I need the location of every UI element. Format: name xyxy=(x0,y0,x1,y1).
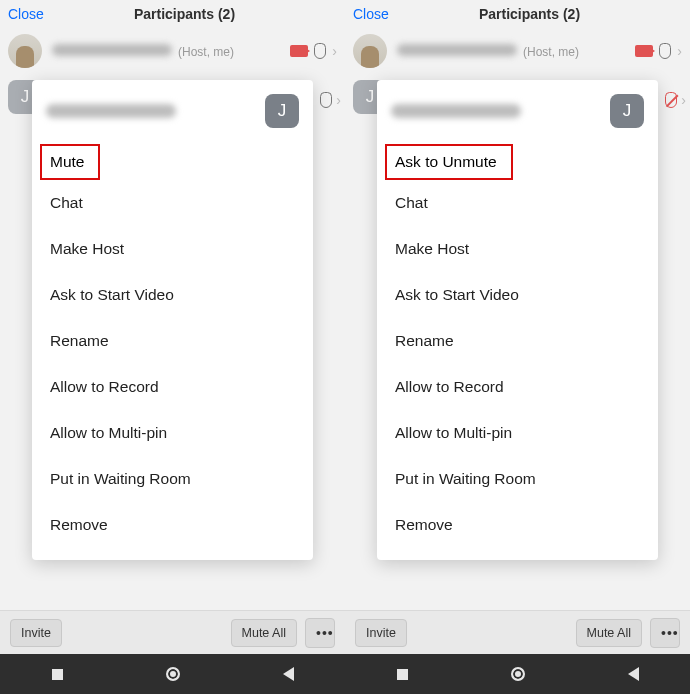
menu-item-rename[interactable]: Rename xyxy=(32,318,313,364)
invite-button[interactable]: Invite xyxy=(355,619,407,647)
menu-item-record[interactable]: Allow to Record xyxy=(377,364,658,410)
android-nav-bar xyxy=(345,654,690,694)
menu-item-record[interactable]: Allow to Record xyxy=(32,364,313,410)
mic-icon xyxy=(659,43,671,59)
host-meta: (Host, me) xyxy=(523,45,579,59)
chevron-right-icon: › xyxy=(681,92,686,108)
menu-item-waiting-room[interactable]: Put in Waiting Room xyxy=(32,456,313,502)
row-behind-menu-icons: › xyxy=(665,92,686,108)
menu-item-multipin[interactable]: Allow to Multi-pin xyxy=(377,410,658,456)
menu-item-remove[interactable]: Remove xyxy=(32,502,313,548)
participant-row-host[interactable]: (Host, me) › xyxy=(0,28,345,74)
mic-muted-icon xyxy=(665,92,677,108)
header-bar: Close Participants (2) xyxy=(0,0,345,28)
menu-item-start-video[interactable]: Ask to Start Video xyxy=(32,272,313,318)
status-icons: › xyxy=(635,43,682,59)
more-button[interactable]: ••• xyxy=(650,618,680,648)
recents-icon[interactable] xyxy=(397,669,408,680)
mute-all-button[interactable]: Mute All xyxy=(576,619,642,647)
menu-item-make-host[interactable]: Make Host xyxy=(377,226,658,272)
camera-off-icon xyxy=(635,45,653,57)
avatar xyxy=(353,34,387,68)
participant-name-blurred xyxy=(46,104,176,118)
host-meta: (Host, me) xyxy=(178,45,234,59)
menu-item-start-video[interactable]: Ask to Start Video xyxy=(377,272,658,318)
menu-header: J xyxy=(377,80,658,138)
header-title: Participants (2) xyxy=(377,6,682,22)
mic-icon xyxy=(314,43,326,59)
avatar-initial: J xyxy=(265,94,299,128)
screenshot-right: Close Participants (2) (Host, me) › J › … xyxy=(345,0,690,694)
chevron-right-icon: › xyxy=(677,43,682,59)
menu-item-rename[interactable]: Rename xyxy=(377,318,658,364)
status-icons: › xyxy=(290,43,337,59)
footer-bar: Invite Mute All ••• xyxy=(345,610,690,654)
recents-icon[interactable] xyxy=(52,669,63,680)
mute-all-button[interactable]: Mute All xyxy=(231,619,297,647)
back-icon[interactable] xyxy=(628,667,639,681)
footer-bar: Invite Mute All ••• xyxy=(0,610,345,654)
participant-row-host[interactable]: (Host, me) › xyxy=(345,28,690,74)
participant-name: (Host, me) xyxy=(397,42,625,60)
back-icon[interactable] xyxy=(283,667,294,681)
participant-actions-menu: J Mute Chat Make Host Ask to Start Video… xyxy=(32,80,313,560)
menu-item-ask-unmute[interactable]: Ask to Unmute xyxy=(385,144,513,180)
home-icon[interactable] xyxy=(511,667,525,681)
participant-name-blurred xyxy=(391,104,521,118)
more-button[interactable]: ••• xyxy=(305,618,335,648)
avatar-initial: J xyxy=(610,94,644,128)
participant-name: (Host, me) xyxy=(52,42,280,60)
home-icon[interactable] xyxy=(166,667,180,681)
mic-icon xyxy=(320,92,332,108)
android-nav-bar xyxy=(0,654,345,694)
menu-item-chat[interactable]: Chat xyxy=(377,180,658,226)
participant-actions-menu: J Ask to Unmute Chat Make Host Ask to St… xyxy=(377,80,658,560)
menu-item-multipin[interactable]: Allow to Multi-pin xyxy=(32,410,313,456)
menu-item-make-host[interactable]: Make Host xyxy=(32,226,313,272)
menu-header: J xyxy=(32,80,313,138)
menu-item-mute[interactable]: Mute xyxy=(40,144,100,180)
row-behind-menu-icons: › xyxy=(320,92,341,108)
avatar xyxy=(8,34,42,68)
menu-item-remove[interactable]: Remove xyxy=(377,502,658,548)
chevron-right-icon: › xyxy=(336,92,341,108)
screenshot-left: Close Participants (2) (Host, me) › J › … xyxy=(0,0,345,694)
menu-item-waiting-room[interactable]: Put in Waiting Room xyxy=(377,456,658,502)
chevron-right-icon: › xyxy=(332,43,337,59)
menu-item-chat[interactable]: Chat xyxy=(32,180,313,226)
header-title: Participants (2) xyxy=(32,6,337,22)
camera-off-icon xyxy=(290,45,308,57)
invite-button[interactable]: Invite xyxy=(10,619,62,647)
header-bar: Close Participants (2) xyxy=(345,0,690,28)
